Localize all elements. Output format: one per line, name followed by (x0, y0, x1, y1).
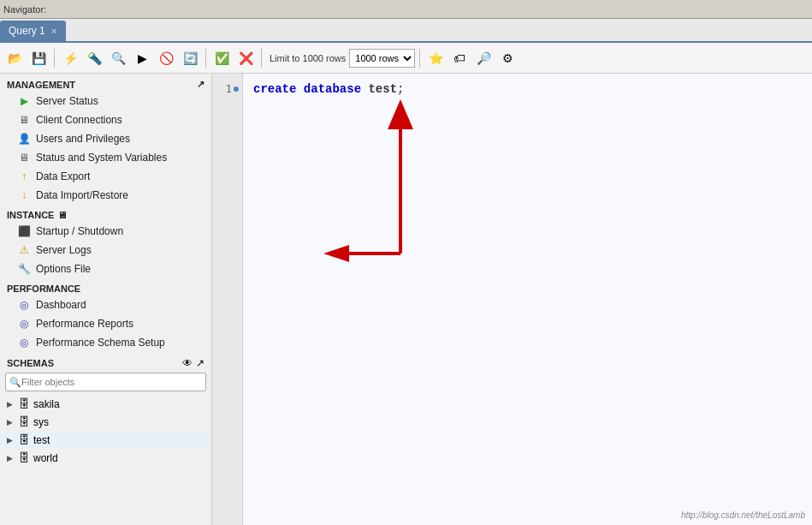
execute-all-button[interactable]: ▶ (131, 47, 153, 69)
toolbar-sep-2 (205, 49, 206, 68)
schema-db-icon: 🗄 (19, 397, 30, 410)
schemas-view-icon[interactable]: 👁 (182, 357, 193, 369)
execution-dot (234, 87, 239, 92)
code-content[interactable]: create database test; (243, 74, 812, 525)
nav-item-client-connections[interactable]: 🖥 Client Connections (0, 110, 211, 129)
server-status-icon: ▶ (17, 94, 31, 108)
instance-label: INSTANCE (7, 210, 54, 220)
watermark-text: http://blog.csdn.net/theLostLamb (681, 510, 805, 520)
schema-name: sakila (33, 398, 60, 410)
management-section-header: MANAGEMENT ↗ (0, 74, 211, 92)
editor-area: 1 create database test; http://blog.csdn… (212, 74, 812, 525)
refresh-button[interactable]: 🔄 (179, 47, 201, 69)
schema-item-test[interactable]: ▶ 🗄 test (0, 431, 211, 449)
users-privileges-icon: 👤 (17, 132, 31, 146)
schema-arrow-icon: ▶ (7, 400, 15, 409)
keyword-database: database (304, 82, 361, 96)
sidebar: MANAGEMENT ↗ ▶ Server Status 🖥 Client Co… (0, 74, 212, 525)
tab-close-icon[interactable]: ✕ (50, 27, 57, 36)
execute-button[interactable]: ⚡ (59, 47, 81, 69)
nav-item-label: Server Status (36, 95, 98, 107)
schemas-actions: 👁 ↗ (182, 357, 204, 369)
nav-item-status-variables[interactable]: 🖥 Status and System Variables (0, 148, 211, 167)
settings-button[interactable]: ⚙ (496, 47, 519, 69)
nav-item-performance-reports[interactable]: ◎ Performance Reports (0, 314, 211, 333)
limit-dropdown[interactable]: 1000 rows 500 rows 200 rows ALL (349, 49, 415, 68)
nav-item-label: Options File (36, 263, 91, 275)
db-name-test: test (368, 82, 397, 96)
cancel-button[interactable]: ❌ (234, 47, 257, 69)
nav-item-label: Users and Privileges (36, 133, 130, 145)
schema-db-icon: 🗄 (19, 415, 30, 428)
nav-item-label: Data Export (36, 170, 90, 182)
zoom-button[interactable]: 🔎 (472, 47, 495, 69)
schema-name: world (33, 452, 58, 464)
schema-arrow-icon: ▶ (7, 436, 15, 444)
nav-item-data-export[interactable]: ↑ Data Export (0, 167, 211, 186)
tab-bar: Query 1 ✕ (0, 19, 812, 43)
search-button[interactable]: 🔍 (107, 47, 129, 69)
nav-item-label: Dashboard (36, 299, 86, 311)
schema-name: sys (33, 416, 49, 428)
nav-item-label: Status and System Variables (36, 152, 167, 164)
schema-filter-box[interactable]: 🔍 (5, 373, 206, 391)
open-file-button[interactable]: 📂 (3, 47, 26, 69)
data-import-icon: ↓ (17, 188, 31, 202)
main-area: MANAGEMENT ↗ ▶ Server Status 🖥 Client Co… (0, 74, 812, 525)
schema-arrow-icon: ▶ (7, 418, 15, 427)
instance-icon: 🖥 (57, 210, 67, 220)
toolbar-sep-3 (261, 49, 262, 68)
schema-arrow-icon: ▶ (7, 454, 15, 462)
status-variables-icon: 🖥 (17, 151, 31, 164)
nav-item-options-file[interactable]: 🔧 Options File (0, 260, 211, 278)
line-number-value: 1 (226, 81, 232, 98)
limit-label: Limit to 1000 rows (270, 53, 346, 63)
data-export-icon: ↑ (17, 170, 31, 183)
instance-section-header: INSTANCE 🖥 (0, 205, 211, 222)
nav-item-label: Performance Schema Setup (36, 337, 165, 349)
watermark: http://blog.csdn.net/theLostLamb (681, 510, 805, 520)
performance-schema-icon: ◎ (17, 336, 31, 349)
schema-filter-input[interactable] (21, 377, 202, 387)
nav-item-users-privileges[interactable]: 👤 Users and Privileges (0, 129, 211, 148)
dashboard-icon: ◎ (17, 298, 31, 312)
nav-item-data-import[interactable]: ↓ Data Import/Restore (0, 186, 211, 205)
nav-item-label: Performance Reports (36, 318, 133, 330)
performance-section-header: PERFORMANCE (0, 278, 211, 295)
nav-item-server-status[interactable]: ▶ Server Status (0, 92, 211, 110)
stop-button[interactable]: 🚫 (155, 47, 177, 69)
nav-item-performance-schema[interactable]: ◎ Performance Schema Setup (0, 333, 211, 352)
schema-db-icon: 🗄 (19, 451, 30, 464)
performance-label: PERFORMANCE (7, 283, 80, 294)
schema-name: test (33, 434, 50, 446)
schema-item-world[interactable]: ▶ 🗄 world (0, 449, 211, 467)
nav-item-dashboard[interactable]: ◎ Dashboard (0, 295, 211, 314)
save-button[interactable]: 💾 (27, 47, 50, 69)
tag-button[interactable]: 🏷 (448, 47, 471, 69)
server-logs-icon: ⚠ (17, 243, 31, 257)
toolbar: 📂 💾 ⚡ 🔦 🔍 ▶ 🚫 🔄 ✅ ❌ Limit to 1000 rows 1… (0, 43, 812, 74)
star-button[interactable]: ⭐ (424, 47, 447, 69)
schemas-expand-icon[interactable]: ↗ (196, 357, 204, 369)
keyword-create: create (253, 82, 296, 96)
nav-item-server-logs[interactable]: ⚠ Server Logs (0, 241, 211, 260)
schema-db-icon: 🗄 (19, 433, 30, 446)
line-numbers: 1 (212, 74, 243, 525)
execute-selection-button[interactable]: 🔦 (83, 47, 105, 69)
line-number-1: 1 (216, 81, 239, 98)
query-tab[interactable]: Query 1 ✕ (0, 21, 66, 41)
schema-item-sakila[interactable]: ▶ 🗄 sakila (0, 395, 211, 413)
schemas-section-header: SCHEMAS 👁 ↗ (0, 352, 211, 371)
navigator-label: Navigator: (3, 4, 46, 15)
check-button[interactable]: ✅ (210, 47, 233, 69)
startup-shutdown-icon: ⬛ (17, 224, 31, 238)
schemas-label: SCHEMAS (7, 358, 54, 368)
code-editor[interactable]: 1 create database test; (212, 74, 812, 525)
top-bar: Navigator: (0, 0, 812, 19)
schema-item-sys[interactable]: ▶ 🗄 sys (0, 413, 211, 431)
nav-item-startup-shutdown[interactable]: ⬛ Startup / Shutdown (0, 222, 211, 241)
client-connections-icon: 🖥 (17, 113, 31, 127)
toolbar-sep-1 (54, 49, 55, 68)
nav-item-label: Client Connections (36, 114, 122, 126)
toolbar-sep-4 (419, 49, 420, 68)
